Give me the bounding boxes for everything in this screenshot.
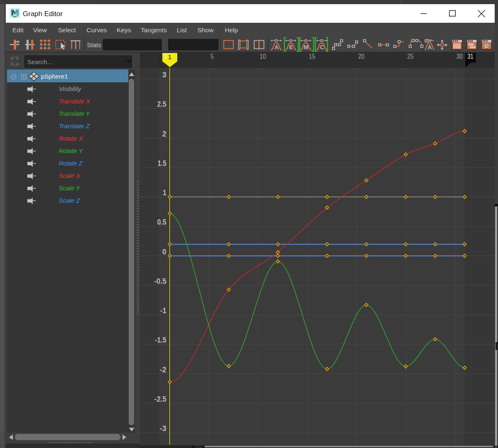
svg-text:-1.5: -1.5 — [155, 336, 166, 344]
svg-text:20: 20 — [358, 53, 364, 60]
svg-text:1: 1 — [163, 189, 166, 197]
svg-text:-2.5: -2.5 — [154, 395, 166, 403]
svg-text:1.5: 1.5 — [157, 159, 166, 168]
svg-text:1: 1 — [164, 53, 167, 60]
svg-text:A: A — [274, 44, 279, 50]
svg-text:10: 10 — [260, 53, 266, 60]
svg-text:25: 25 — [407, 53, 414, 60]
svg-text:30: 30 — [457, 53, 463, 60]
svg-text:E: E — [289, 44, 293, 50]
svg-text:A: A — [428, 44, 432, 50]
svg-text:M: M — [303, 44, 308, 50]
svg-text:15: 15 — [309, 53, 315, 60]
svg-text:0: 0 — [162, 248, 166, 256]
svg-text:C: C — [320, 44, 324, 50]
svg-text:-0.5: -0.5 — [154, 277, 166, 285]
svg-text:3: 3 — [162, 71, 166, 79]
svg-text:-2: -2 — [160, 366, 166, 374]
svg-text:2.5: 2.5 — [157, 100, 166, 108]
svg-text:-3: -3 — [160, 424, 166, 433]
svg-text:5: 5 — [211, 53, 214, 60]
svg-text:31: 31 — [467, 53, 474, 60]
svg-text:in: in — [425, 39, 428, 43]
svg-text:1: 1 — [168, 53, 172, 60]
svg-text:-1: -1 — [160, 307, 166, 315]
svg-text:0.5: 0.5 — [157, 218, 166, 226]
svg-text:2: 2 — [162, 130, 166, 138]
